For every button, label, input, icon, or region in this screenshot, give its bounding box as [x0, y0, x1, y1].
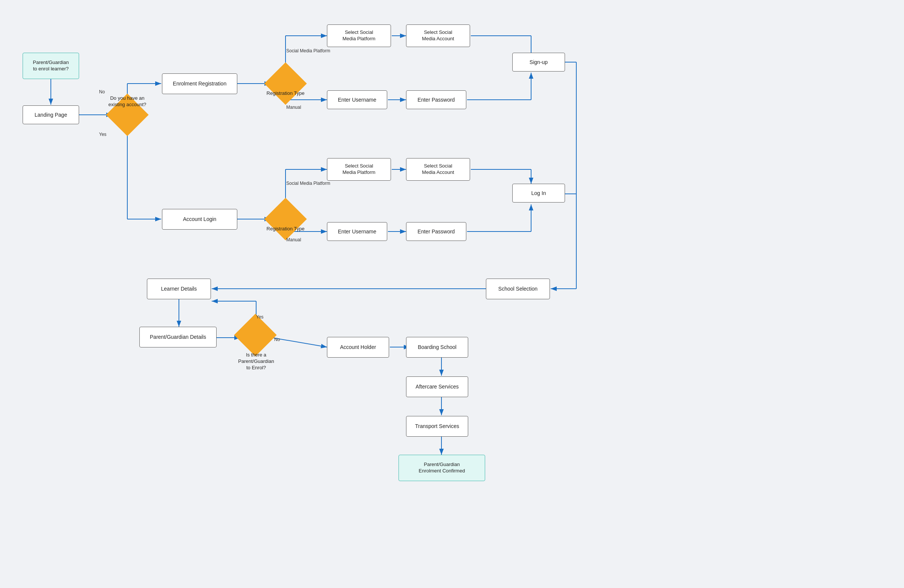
- diamond-reg-type-1-label: Registration Type: [251, 90, 319, 97]
- diamond-reg-type-2: [264, 198, 307, 240]
- yes-label-1: Yes: [99, 132, 107, 137]
- select-sma-1-node: Select SocialMedia Account: [406, 24, 470, 47]
- diamond-existing-label: Do you have anexisting account?: [93, 95, 161, 108]
- enter-password-1-node: Enter Password: [406, 90, 466, 109]
- transport-services-node: Transport Services: [406, 416, 468, 437]
- no-label-2: No: [274, 337, 280, 342]
- diamond-guardian-enrol: [234, 314, 277, 356]
- learner-details-node: Learner Details: [147, 279, 211, 299]
- select-smp-2-node: Select SocialMedia Platform: [327, 158, 391, 181]
- svg-line-37: [272, 338, 327, 347]
- account-holder-node: Account Holder: [327, 337, 389, 358]
- diamond-guardian-label: Is there aParent/Guardianto Enrol?: [226, 352, 286, 371]
- signup-node: Sign-up: [512, 53, 565, 71]
- yes-label-2: Yes: [256, 314, 264, 320]
- smp-label-1: Social Media Platform: [286, 48, 330, 54]
- parent-guardian-details-node: Parent/Guardian Details: [139, 327, 217, 347]
- diamond-reg-type-1: [264, 62, 307, 105]
- school-selection-node: School Selection: [486, 279, 550, 299]
- select-smp-1-node: Select SocialMedia Platform: [327, 24, 391, 47]
- boarding-school-node: Boarding School: [406, 337, 468, 358]
- arrows-layer: [0, 0, 904, 588]
- manual-label-2: Manual: [286, 237, 301, 243]
- aftercare-services-node: Aftercare Services: [406, 377, 468, 397]
- smp-label-2: Social Media Platform: [286, 181, 330, 186]
- manual-label-1: Manual: [286, 105, 301, 110]
- flowchart-canvas: Parent/Guardianto enrol learner? Landing…: [0, 0, 904, 588]
- enter-username-2-node: Enter Username: [327, 222, 387, 241]
- diamond-reg-type-2-label: Registration Type: [251, 226, 319, 232]
- enrolment-confirmed-node: Parent/GuardianEnrolment Confirmed: [398, 455, 485, 481]
- landing-page-node: Landing Page: [23, 106, 79, 124]
- select-sma-2-node: Select SocialMedia Account: [406, 158, 470, 181]
- start-node: Parent/Guardianto enrol learner?: [23, 53, 79, 79]
- no-label-1: No: [99, 89, 105, 95]
- enrolment-registration-node: Enrolment Registration: [162, 73, 237, 94]
- enter-username-1-node: Enter Username: [327, 90, 387, 109]
- account-login-node: Account Login: [162, 209, 237, 230]
- enter-password-2-node: Enter Password: [406, 222, 466, 241]
- login-node: Log In: [512, 184, 565, 203]
